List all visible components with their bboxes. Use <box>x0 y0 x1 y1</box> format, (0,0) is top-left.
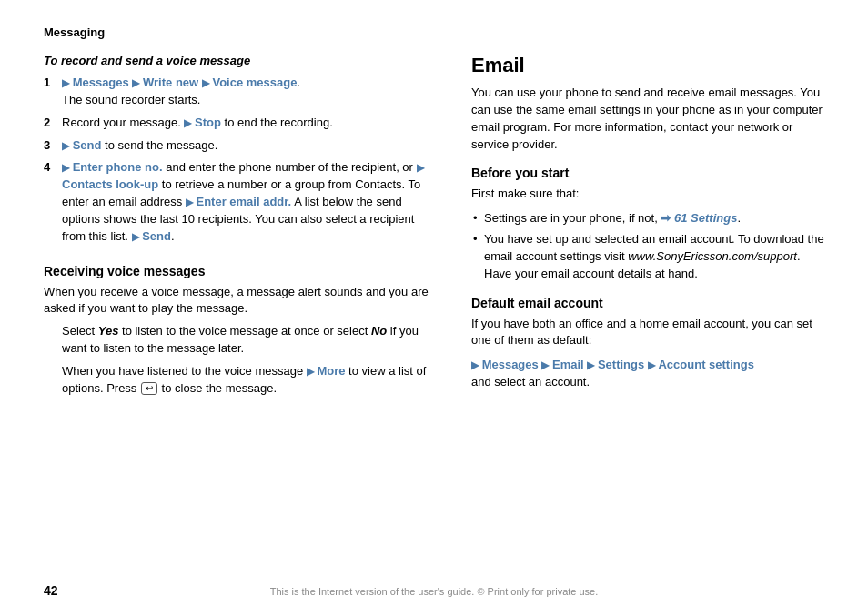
section2-body3: When you have listened to the voice mess… <box>44 363 435 398</box>
email-intro: You can use your phone to send and recei… <box>471 85 824 153</box>
step4-link-contacts: Contacts look-up <box>62 177 158 191</box>
step4-link-send: Send <box>139 229 171 243</box>
default-account-nav-text: ▶ Messages ▶ Email ▶ Settings ▶ Account … <box>471 357 824 391</box>
step-2: 2 Record your message. ▶ Stop to end the… <box>44 115 435 132</box>
section2-body2: Select Yes to listen to the voice messag… <box>44 323 435 358</box>
step-num-2: 2 <box>44 115 62 132</box>
left-column: To record and send a voice message 1 ▶ M… <box>44 54 435 412</box>
nav-messages: Messages <box>482 358 542 371</box>
nav-account-settings: Account settings <box>658 358 753 371</box>
before-start-title: Before you start <box>471 166 824 180</box>
before-start-bullets: Settings are in your phone, if not, ➡ 61… <box>471 210 824 282</box>
step1-link-write-new: Write new <box>143 76 202 89</box>
content-area: To record and send a voice message 1 ▶ M… <box>44 54 824 412</box>
default-account-body: If you have both an office and a home em… <box>471 316 824 350</box>
arrow-icon-msg: ▶ <box>471 358 479 373</box>
bullet-1: Settings are in your phone, if not, ➡ 61… <box>473 210 824 227</box>
step-3-content: ▶ Send to send the message. <box>62 137 217 155</box>
step-4: 4 ▶ Enter phone no. and enter the phone … <box>44 159 435 245</box>
arrow-icon-4b: ▶ <box>417 161 424 176</box>
step1-period: . <box>297 76 300 89</box>
arrow-icon-account: ▶ <box>648 358 655 373</box>
step1-body: The sound recorder starts. <box>62 93 200 106</box>
step-1-content: ▶ Messages ▶ Write new ▶ Voice message. … <box>62 75 300 109</box>
default-account-title: Default email account <box>471 296 824 310</box>
footer-text: This is the Internet version of the user… <box>270 586 599 597</box>
back-button-icon: ↩ <box>141 382 157 395</box>
step2-link-stop: Stop <box>191 116 221 129</box>
website-link: www.SonyEricsson.com/support <box>628 249 797 263</box>
arrow-icon-4a: ▶ <box>62 161 69 176</box>
arrow-icon-1b: ▶ <box>132 76 139 91</box>
section2-title: Receiving voice messages <box>44 264 435 278</box>
section2-body1: When you receive a voice message, a mess… <box>44 284 435 318</box>
more-link: More <box>314 364 346 378</box>
arrow-icon-1c: ▶ <box>202 76 209 91</box>
step-num-3: 3 <box>44 137 62 155</box>
before-start-section: Before you start First make sure that: S… <box>471 166 824 282</box>
step-3: 3 ▶ Send to send the message. <box>44 137 435 155</box>
arrow-icon-email: ▶ <box>541 358 549 373</box>
step-num-1: 1 <box>44 75 62 109</box>
page-header: Messaging <box>44 25 824 39</box>
step3-link-send: Send <box>73 138 102 152</box>
arrow-icon-settings: ▶ <box>587 358 594 373</box>
step-num-4: 4 <box>44 159 62 245</box>
no-text: No <box>371 324 387 338</box>
arrow-icon-3: ▶ <box>62 139 69 154</box>
bullet-2: You have set up and selected an email ac… <box>473 231 824 283</box>
arrow-icon-1: ▶ <box>62 76 69 91</box>
step4-link-email-addr: Enter email addr. <box>193 195 291 208</box>
arrow-icon-4d: ▶ <box>132 230 139 245</box>
right-column: Email You can use your phone to send and… <box>471 54 824 412</box>
step-2-content: Record your message. ▶ Stop to end the r… <box>62 115 333 132</box>
page: Messaging To record and send a voice mes… <box>0 0 868 616</box>
step4-link-enter-phone: Enter phone no. <box>73 160 163 174</box>
nav-email: Email <box>552 358 587 371</box>
step1-link-voice-message: Voice message <box>212 76 297 89</box>
step-4-content: ▶ Enter phone no. and enter the phone nu… <box>62 159 435 245</box>
default-account-end: and select an account. <box>471 375 590 389</box>
arrow-icon-more: ▶ <box>307 365 314 379</box>
settings-link: ➡ 61 Settings <box>661 211 737 225</box>
arrow-icon-4c: ▶ <box>186 196 193 210</box>
page-footer: This is the Internet version of the user… <box>0 584 868 598</box>
receiving-section: Receiving voice messages When you receiv… <box>44 264 435 398</box>
steps-list: 1 ▶ Messages ▶ Write new ▶ Voice message… <box>44 75 435 246</box>
email-title: Email <box>471 54 824 77</box>
step-1: 1 ▶ Messages ▶ Write new ▶ Voice message… <box>44 75 435 109</box>
step1-link-messages: Messages <box>73 76 133 89</box>
before-start-intro: First make sure that: <box>471 186 824 203</box>
section1-title: To record and send a voice message <box>44 54 435 67</box>
yes-text: Yes <box>98 324 119 338</box>
nav-settings: Settings <box>598 358 648 371</box>
default-account-section: Default email account If you have both a… <box>471 296 824 391</box>
